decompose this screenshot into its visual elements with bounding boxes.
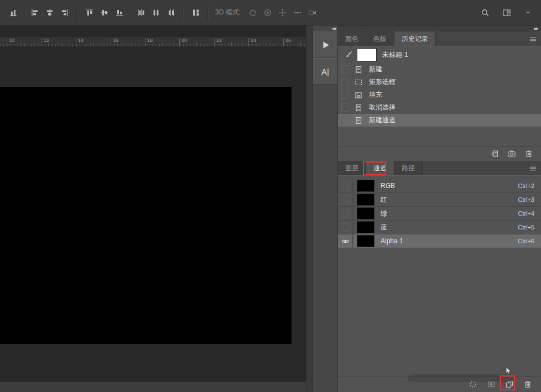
dolly-3d-icon bbox=[305, 5, 320, 20]
history-brush-source-icon[interactable] bbox=[341, 50, 356, 59]
channel-visibility-toggle[interactable] bbox=[338, 221, 353, 234]
align-bottom-edges-icon[interactable] bbox=[112, 5, 127, 20]
distribute-right-edges-icon[interactable] bbox=[163, 5, 178, 20]
tab-color[interactable]: 颜色 bbox=[338, 32, 366, 46]
history-source-well bbox=[341, 91, 348, 99]
toolbar-separator bbox=[183, 6, 184, 19]
channels-panel-menu-icon[interactable] bbox=[529, 164, 537, 174]
channel-visibility-well bbox=[342, 223, 349, 232]
ruler-major-tick bbox=[145, 38, 145, 46]
options-bar-right bbox=[477, 5, 535, 20]
options-bar: 3D 模式: bbox=[0, 0, 541, 25]
canvas-workspace: 101214161820222426 bbox=[0, 25, 306, 392]
channel-shortcut: Ctrl+3 bbox=[518, 196, 541, 203]
history-source-well bbox=[341, 116, 348, 124]
delete-channel-icon[interactable] bbox=[523, 380, 532, 389]
workspace-switcher-icon[interactable] bbox=[499, 5, 514, 20]
align-vertical-centers-icon[interactable] bbox=[97, 5, 112, 20]
history-state-row[interactable]: 矩形选框 bbox=[338, 76, 541, 88]
tab-swatches[interactable]: 色板 bbox=[366, 32, 394, 46]
search-icon[interactable] bbox=[477, 5, 492, 20]
pan-3d-icon bbox=[275, 5, 290, 20]
channel-visibility-toggle[interactable] bbox=[338, 179, 353, 192]
snapshot-thumbnail bbox=[357, 48, 377, 61]
ruler-major-tick bbox=[214, 38, 215, 46]
ruler-number: 20 bbox=[181, 38, 187, 43]
distribute-evenly-icon[interactable] bbox=[188, 5, 203, 20]
collapsed-panel-dock: ◀◀ A| bbox=[313, 25, 337, 392]
ruler-mid-tick bbox=[231, 42, 232, 46]
document-canvas[interactable] bbox=[0, 87, 292, 344]
history-state-row[interactable]: 取消选择 bbox=[338, 101, 541, 114]
channel-row[interactable]: Alpha 1Ctrl+6 bbox=[338, 234, 541, 248]
history-state-row[interactable]: 填充 bbox=[338, 88, 541, 101]
channel-visibility-toggle[interactable] bbox=[338, 193, 353, 206]
ruler-number: 12 bbox=[44, 38, 49, 43]
expand-dock-button[interactable]: ▶▶ bbox=[338, 25, 541, 32]
history-states-list: 新建矩形选框填充取消选择新建通道 bbox=[338, 63, 541, 127]
tab-channels[interactable]: 通道 bbox=[366, 161, 394, 175]
channel-row[interactable]: RGBCtrl+2 bbox=[338, 179, 541, 193]
history-panel-menu-icon[interactable] bbox=[529, 35, 537, 45]
actions-panel-button[interactable] bbox=[313, 32, 337, 58]
channel-thumbnail bbox=[357, 194, 374, 206]
horizontal-scrollbar-track[interactable] bbox=[0, 381, 306, 392]
ruler-number: 26 bbox=[285, 38, 291, 43]
history-brush-source-toggle[interactable] bbox=[338, 88, 351, 101]
history-panel-footer bbox=[338, 146, 541, 161]
character-panel-button[interactable]: A| bbox=[313, 58, 337, 85]
distribute-horizontal-centers-icon[interactable] bbox=[148, 5, 163, 20]
collapse-dock-button[interactable]: ◀◀ bbox=[313, 25, 337, 32]
history-state-label: 取消选择 bbox=[369, 103, 396, 112]
channel-visibility-toggle[interactable] bbox=[338, 207, 353, 220]
align-left-edges-icon[interactable] bbox=[27, 5, 42, 20]
align-bottom-bars-icon[interactable] bbox=[6, 5, 20, 20]
history-brush-source-toggle[interactable] bbox=[338, 76, 351, 88]
tab-history[interactable]: 历史记录 bbox=[394, 32, 436, 46]
channel-row[interactable]: 绿Ctrl+4 bbox=[338, 207, 541, 221]
new-snapshot-icon[interactable] bbox=[507, 149, 516, 158]
tab-layers[interactable]: 图层 bbox=[338, 161, 366, 175]
align-top-edges-icon[interactable] bbox=[82, 5, 97, 20]
fill-icon bbox=[351, 91, 366, 100]
history-source-well bbox=[341, 65, 348, 74]
tab-paths[interactable]: 路径 bbox=[394, 161, 423, 175]
chevron-down-icon[interactable] bbox=[521, 5, 535, 20]
channel-label: Alpha 1 bbox=[381, 237, 518, 245]
new-channel-icon[interactable] bbox=[505, 380, 514, 389]
ruler-major-tick bbox=[283, 38, 284, 46]
ruler-mid-tick bbox=[128, 42, 128, 46]
history-brush-source-toggle[interactable] bbox=[338, 101, 351, 114]
horizontal-ruler[interactable]: 101214161820222426 bbox=[0, 37, 306, 47]
ruler-major-tick bbox=[41, 38, 42, 46]
align-right-edges-icon[interactable] bbox=[57, 5, 72, 20]
channel-visibility-well bbox=[342, 210, 349, 218]
history-state-row[interactable]: 新建 bbox=[338, 63, 541, 76]
history-snapshot-row[interactable]: 未标题-1 bbox=[338, 46, 541, 63]
distribute-left-edges-icon[interactable] bbox=[133, 5, 148, 20]
marquee-icon bbox=[351, 78, 366, 87]
history-tabbar: 颜色色板历史记录 bbox=[338, 32, 541, 46]
channels-tabbar: 图层通道路径 bbox=[338, 161, 541, 176]
channel-visibility-well bbox=[342, 196, 349, 204]
channel-visibility-toggle[interactable] bbox=[338, 234, 353, 248]
history-state-row[interactable]: 新建通道 bbox=[338, 114, 541, 127]
ruler-mid-tick bbox=[266, 42, 266, 46]
ruler-mid-tick bbox=[59, 42, 59, 46]
document-icon bbox=[351, 103, 366, 112]
snapshot-label: 未标题-1 bbox=[382, 50, 408, 60]
align-horizontal-centers-icon[interactable] bbox=[42, 5, 57, 20]
ruler-number: 18 bbox=[147, 38, 153, 43]
load-selection-icon[interactable] bbox=[469, 380, 477, 389]
new-document-from-state-icon[interactable] bbox=[490, 149, 499, 158]
ruler-number: 24 bbox=[251, 38, 256, 43]
ruler-mid-tick bbox=[162, 42, 163, 46]
history-brush-source-toggle[interactable] bbox=[338, 114, 351, 127]
history-source-well bbox=[341, 78, 348, 86]
delete-state-icon[interactable] bbox=[524, 149, 533, 158]
channels-panel-group: 图层通道路径 RGBCtrl+2红Ctrl+3绿Ctrl+4蓝Ctrl+5Alp… bbox=[338, 161, 541, 392]
channel-row[interactable]: 红Ctrl+3 bbox=[338, 193, 541, 207]
channel-label: 蓝 bbox=[381, 223, 518, 232]
channel-row[interactable]: 蓝Ctrl+5 bbox=[338, 221, 541, 234]
history-brush-source-toggle[interactable] bbox=[338, 63, 351, 76]
